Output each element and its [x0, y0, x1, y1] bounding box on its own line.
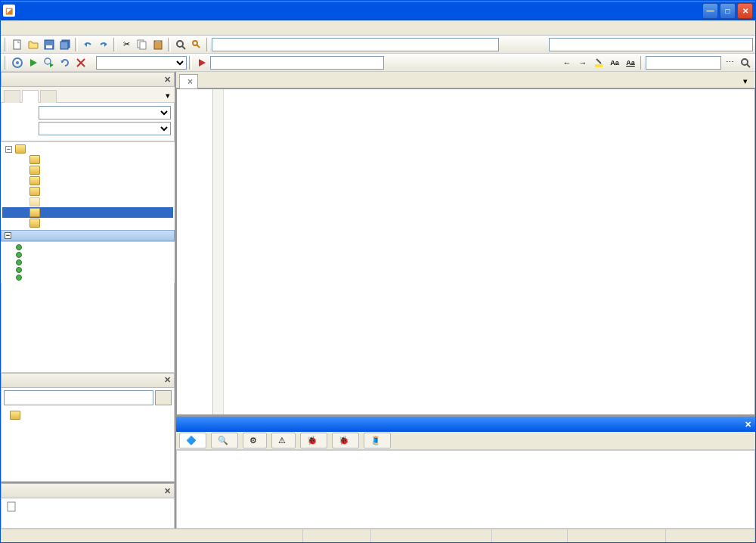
code-content[interactable] [224, 89, 754, 414]
tree-item[interactable] [2, 218, 173, 228]
logs-tab-debugger[interactable]: 🐞 [300, 433, 327, 448]
codesnippets-close-icon[interactable]: ✕ [164, 375, 171, 385]
debug-run-icon[interactable] [194, 55, 209, 70]
highlight-icon[interactable] [591, 55, 606, 70]
nav-back-icon[interactable]: ← [559, 55, 575, 70]
warning-icon: ⚠ [278, 436, 286, 445]
public-item[interactable] [2, 259, 173, 266]
open-file-icon[interactable] [26, 37, 41, 52]
svg-rect-0 [14, 40, 20, 49]
toolbar2-input-2[interactable] [646, 56, 721, 70]
editor-tabs: × ▾ [176, 72, 755, 88]
status-position [371, 529, 492, 542]
bug-icon: 🐞 [339, 436, 349, 445]
menu-file[interactable] [3, 26, 14, 29]
folder-icon [10, 411, 20, 420]
tab-projects[interactable] [4, 90, 20, 103]
member-icon [16, 252, 22, 258]
toolbar2-search-input[interactable] [210, 56, 384, 70]
open-file-item[interactable] [4, 501, 172, 511]
tree-item[interactable] [2, 154, 173, 165]
menubar [1, 20, 755, 36]
new-file-icon[interactable] [10, 37, 25, 52]
menu-build[interactable] [56, 26, 67, 29]
public-item[interactable] [2, 244, 173, 251]
editor-tabs-overflow-icon[interactable]: ▾ [739, 75, 752, 88]
open-files-close-icon[interactable]: ✕ [164, 486, 171, 496]
public-item[interactable] [2, 274, 173, 281]
close-button[interactable]: ✕ [737, 3, 753, 19]
copy-icon[interactable] [135, 37, 150, 52]
management-close-icon[interactable]: ✕ [164, 75, 171, 85]
menu-extensions[interactable] [88, 26, 98, 29]
menu-settings[interactable] [109, 26, 119, 29]
rebuild-icon[interactable] [57, 55, 73, 70]
logs-tab-debugger-debug[interactable]: 🐞 [332, 433, 359, 448]
build-run-icon[interactable] [42, 55, 57, 70]
save-all-icon[interactable] [57, 37, 73, 52]
snippets-search-input[interactable] [4, 390, 153, 405]
build-icon[interactable] [10, 55, 25, 70]
management-tabs: ▾ [1, 87, 175, 103]
menu-project[interactable] [45, 26, 56, 29]
public-item[interactable] [2, 251, 173, 259]
tab-files[interactable] [40, 90, 57, 103]
maximize-button[interactable]: □ [720, 3, 736, 19]
tree-item[interactable] [2, 165, 173, 175]
public-header[interactable]: − [1, 230, 175, 241]
app-icon: ◪ [3, 5, 15, 17]
menu-search[interactable] [35, 26, 45, 29]
logs-body[interactable] [176, 450, 755, 529]
snippets-search-button[interactable] [155, 390, 172, 405]
tab-symbols[interactable] [22, 90, 39, 103]
abort-icon[interactable] [73, 55, 88, 70]
thread-icon: 🧵 [370, 436, 381, 445]
public-item[interactable] [2, 266, 173, 274]
tree-item[interactable] [2, 186, 173, 197]
case-icon[interactable]: Aa [607, 55, 622, 70]
minimize-button[interactable]: — [702, 3, 718, 19]
undo-icon[interactable] [80, 37, 95, 52]
tab-close-icon[interactable]: × [187, 76, 193, 87]
logs-tab-buildlog[interactable]: ⚙ [243, 433, 267, 448]
logs-tab-codeblocks[interactable]: 🔷 [179, 433, 206, 448]
search-btn-icon[interactable] [738, 55, 753, 70]
save-icon[interactable] [42, 37, 57, 52]
menu-debug[interactable] [67, 26, 77, 29]
find-icon[interactable] [173, 37, 188, 52]
context-hint-input[interactable] [549, 38, 753, 51]
member-icon [16, 259, 22, 265]
editor-area[interactable] [176, 88, 755, 415]
fold-gutter[interactable] [213, 89, 224, 414]
view-select[interactable] [39, 106, 171, 119]
tree-item-selected[interactable] [2, 207, 173, 218]
menu-plugins[interactable] [98, 26, 109, 29]
logs-tab-threadsearch[interactable]: 🧵 [364, 433, 391, 448]
codesnippets-header: ✕ [1, 373, 175, 388]
menu-help[interactable] [119, 26, 130, 29]
replace-icon[interactable] [189, 37, 204, 52]
logs-close-icon[interactable]: ✕ [745, 420, 751, 430]
tree-item[interactable] [2, 197, 173, 207]
editor-tab[interactable]: × [179, 74, 198, 88]
run-icon[interactable] [26, 55, 41, 70]
tree-item[interactable] [2, 175, 173, 186]
opts-icon[interactable]: ⋯ [722, 55, 737, 70]
menu-view[interactable] [24, 26, 35, 29]
paste-icon[interactable] [150, 37, 166, 52]
redo-icon[interactable] [96, 37, 111, 52]
logs-tab-search[interactable]: 🔍 [211, 433, 238, 448]
snippets-root[interactable] [4, 410, 172, 420]
logs-tab-buildmsg[interactable]: ⚠ [271, 433, 296, 448]
nav-forward-icon[interactable]: → [575, 55, 590, 70]
menu-edit[interactable] [14, 26, 24, 29]
build-target-select[interactable] [96, 56, 187, 70]
toolbar-context-input[interactable] [212, 38, 499, 51]
tree-root-symbols[interactable]: − [2, 144, 173, 154]
wholeword-icon[interactable]: Aa [623, 55, 638, 70]
tabs-overflow-icon[interactable]: ▾ [164, 89, 172, 102]
menu-tools[interactable] [77, 26, 88, 29]
search-select[interactable] [39, 122, 171, 135]
cut-icon[interactable]: ✂ [119, 37, 134, 52]
svg-rect-8 [156, 40, 160, 42]
